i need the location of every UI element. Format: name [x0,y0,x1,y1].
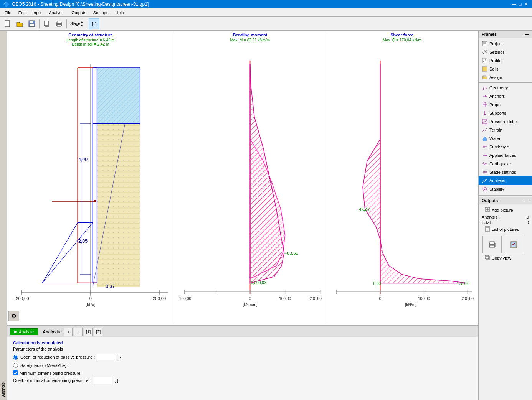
sidebar-item-analysis[interactable]: Analysis [479,176,532,185]
svg-rect-119 [485,255,489,259]
svg-text:83,51: 83,51 [287,251,298,255]
sidebar-item-profile[interactable]: Profile [479,56,532,65]
svg-rect-8 [57,25,61,26]
menu-analysis[interactable]: Analysis [46,10,68,16]
copy-view-btn[interactable]: Copy view [482,254,529,262]
sidebar-item-surcharge[interactable]: Surcharge [479,143,532,151]
sidebar-collapse-btn[interactable]: — [525,32,529,36]
safety-factor-radio[interactable] [13,363,18,368]
analysis-label: Analysis : [43,329,63,334]
menu-edit[interactable]: Edit [15,10,29,16]
bending-svg: -100,00 0 100,00 200,00 [kNm/m] 83,51 [176,42,324,323]
svg-text:0,000,03: 0,000,03 [251,281,266,285]
geometry-chart-panel: Geometry of structure Length of structur… [7,31,174,325]
svg-rect-0 [5,21,10,27]
svg-marker-61 [250,64,284,283]
remove-analysis-button[interactable]: − [74,328,83,336]
outputs-header: Outputs — [479,197,532,204]
sidebar-item-terrain[interactable]: Terrain [479,126,532,134]
menu-file[interactable]: File [2,10,15,16]
add-analysis-button[interactable]: + [64,328,73,336]
svg-marker-75 [363,64,380,240]
svg-text:-42,47: -42,47 [357,207,370,212]
sidebar-item-assign[interactable]: Assign [479,73,532,82]
print-btn-2[interactable] [504,236,523,253]
outputs-collapse-btn[interactable]: — [525,198,529,203]
sidebar-geometry-label: Geometry [489,86,508,90]
sidebar-item-stage-settings[interactable]: Stage settings [479,168,532,176]
app-icon: 🔷 [3,1,10,7]
coeff-reduction-radio[interactable] [13,355,18,360]
coeff-min-label: Coeff. of minimal dimensioning pressure … [13,378,91,383]
new-button[interactable] [2,18,13,29]
sidebar-item-settings[interactable]: Settings [479,48,532,56]
sidebar-item-pressure-deter[interactable]: Pressure deter. [479,117,532,126]
coeff-min-input[interactable]: 0,20 [93,377,112,384]
coeff-reduction-input[interactable]: 1,00 [97,354,116,360]
sidebar-water-label: Water [489,136,501,141]
shear-svg: 0 100,00 200,00 [kN/m] -42,47 0,00 170,0… [328,42,476,323]
sidebar-item-applied-forces[interactable]: Applied forces [479,151,532,160]
svg-point-105 [483,187,487,191]
analysis-1-button[interactable]: [1] [84,328,93,336]
sidebar-profile-label: Profile [489,58,501,63]
outputs-section: Outputs — Add picture Analysis : 0 Total… [479,195,532,265]
sidebar-pressure-deter-label: Pressure deter. [489,119,518,124]
menu-input[interactable]: Input [30,10,45,16]
sidebar-item-anchors[interactable]: Anchors [479,92,532,100]
open-button[interactable] [14,18,25,29]
sidebar-item-earthquake[interactable]: Earthquake [479,160,532,168]
right-sidebar: Frames — Project Settings Profile [478,31,532,400]
sidebar-props-label: Props [489,102,501,107]
svg-rect-22 [97,68,140,124]
calc-complete-text: Calculation is completed. [13,341,472,345]
total-out-label: Total : [482,220,493,225]
analysis-tab[interactable]: Analysis [0,379,7,400]
menu-settings[interactable]: Settings [90,10,112,16]
analyze-button[interactable]: ▶ Analyze [10,328,38,335]
minimize-button[interactable]: — [511,2,517,7]
analysis-out-value: 0 [527,215,529,219]
sidebar-item-geometry[interactable]: Geometry [479,84,532,92]
settings-gear-button[interactable]: ⚙ [8,311,19,321]
title-text: GEO5 2016 - Sheeting Design [C:\Sheeting… [12,2,149,7]
svg-text:-200,00: -200,00 [15,296,29,301]
svg-text:0: 0 [379,296,382,301]
coeff-unit1: [-] [119,355,122,359]
list-pictures-btn[interactable]: List of pictures [482,225,529,234]
svg-rect-115 [490,245,494,248]
close-button[interactable]: ✕ [524,2,529,7]
sidebar-item-soils[interactable]: Soils [479,65,532,73]
print-btn-1[interactable] [482,236,502,253]
assign-icon [482,74,488,81]
copy-button[interactable] [41,18,53,29]
sidebar-item-props[interactable]: Props [479,100,532,109]
stage-1-button[interactable]: [1] [89,18,99,29]
min-pressure-checkbox[interactable] [13,370,18,375]
analysis-2-button[interactable]: [2] [94,328,102,336]
bottom-toolbar: ▶ Analyze Analysis : + − [1] [2] [7,326,478,337]
sidebar-item-supports[interactable]: Supports [479,109,532,117]
applied-forces-icon [482,152,488,158]
maximize-button[interactable]: □ [517,2,523,7]
save-button[interactable] [26,18,38,29]
sidebar-item-project[interactable]: Project [479,40,532,48]
sidebar-item-stability[interactable]: Stability [479,185,532,193]
props-icon [482,102,488,108]
analysis-icon [482,178,488,184]
svg-text:100,00: 100,00 [279,296,291,301]
svg-line-96 [482,120,487,123]
sidebar-soils-label: Soils [489,67,499,71]
menu-outputs[interactable]: Outputs [68,10,89,16]
print-button[interactable] [53,18,65,29]
stage-button[interactable]: Stage ▲▼ [68,18,85,29]
copy-view-icon [485,255,490,261]
earthquake-icon [482,161,488,167]
sidebar-surcharge-label: Surcharge [489,145,509,149]
menu-help[interactable]: Help [112,10,127,16]
add-picture-btn[interactable]: Add picture [482,206,529,214]
sidebar-project-label: Project [489,41,502,46]
add-picture-icon [485,207,490,213]
sidebar-item-water[interactable]: Water [479,134,532,143]
list-pictures-icon [485,226,490,232]
